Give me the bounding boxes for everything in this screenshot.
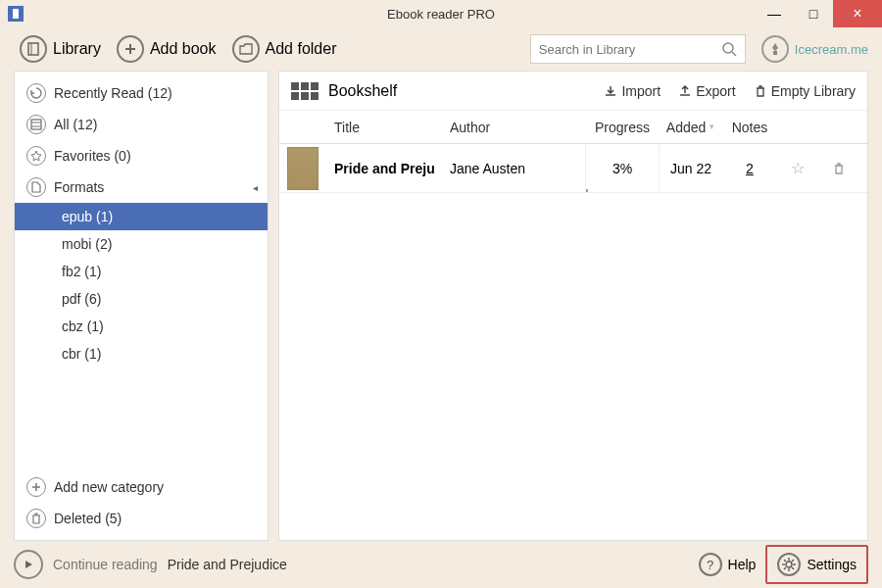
sidebar-deleted[interactable]: Deleted (5) bbox=[15, 503, 268, 534]
import-button[interactable]: Import bbox=[604, 83, 661, 99]
svg-point-4 bbox=[723, 43, 733, 53]
svg-rect-0 bbox=[28, 43, 38, 55]
main-area: Recently Read (12) All (12) Favorites (0… bbox=[0, 71, 882, 541]
column-title[interactable]: Title bbox=[326, 120, 442, 135]
sort-indicator-icon: ▼ bbox=[708, 122, 715, 131]
sidebar-label: Favorites (0) bbox=[54, 148, 131, 164]
add-book-label: Add book bbox=[150, 40, 217, 58]
main-toolbar: Library Add book Add folder Icecream.me bbox=[0, 27, 882, 71]
trash-icon bbox=[754, 84, 767, 98]
bottom-bar: Continue reading Pride and Prejudice ? H… bbox=[0, 541, 882, 588]
book-icon bbox=[20, 35, 47, 63]
delete-row-button[interactable] bbox=[818, 162, 859, 175]
sidebar-label: Formats bbox=[54, 179, 104, 195]
user-name: Icecream.me bbox=[795, 42, 868, 57]
column-author[interactable]: Author bbox=[442, 120, 585, 135]
star-icon bbox=[26, 146, 46, 166]
sidebar-format-cbz[interactable]: cbz (1) bbox=[15, 313, 268, 340]
table-row[interactable]: Pride and Preju Jane Austen 3% Jun 22 2 … bbox=[279, 144, 867, 193]
column-notes[interactable]: Notes bbox=[722, 120, 777, 135]
search-input[interactable] bbox=[539, 42, 721, 57]
column-progress[interactable]: Progress bbox=[585, 120, 660, 135]
cell-title: Pride and Preju bbox=[326, 161, 442, 176]
window-controls: — □ × bbox=[755, 0, 882, 27]
sidebar-item-all[interactable]: All (12) bbox=[15, 109, 268, 140]
sidebar-add-category[interactable]: Add new category bbox=[15, 471, 268, 503]
add-folder-button[interactable]: Add folder bbox=[226, 33, 343, 65]
current-book: Pride and Prejudice bbox=[168, 557, 287, 572]
recent-icon bbox=[26, 83, 46, 103]
search-icon[interactable] bbox=[721, 41, 737, 57]
sidebar-label: All (12) bbox=[54, 117, 97, 132]
cell-added: Jun 22 bbox=[660, 161, 722, 176]
export-button[interactable]: Export bbox=[678, 83, 735, 99]
library-label: Library bbox=[53, 40, 101, 58]
sidebar-item-favorites[interactable]: Favorites (0) bbox=[15, 140, 268, 172]
svg-point-11 bbox=[786, 562, 792, 567]
svg-line-16 bbox=[784, 560, 786, 562]
svg-line-19 bbox=[792, 560, 794, 562]
trash-icon bbox=[26, 509, 46, 528]
library-button[interactable]: Library bbox=[14, 33, 107, 65]
cell-progress: 3% bbox=[585, 144, 660, 192]
titlebar: Ebook reader PRO — □ × bbox=[0, 0, 882, 27]
book-cover bbox=[287, 147, 318, 190]
sidebar-label: Deleted (5) bbox=[54, 511, 122, 526]
import-icon bbox=[604, 84, 617, 98]
all-icon bbox=[26, 115, 46, 134]
settings-button[interactable]: Settings bbox=[765, 545, 868, 584]
sidebar-label: Recently Read (12) bbox=[54, 85, 172, 101]
help-icon: ? bbox=[699, 553, 722, 576]
cell-author: Jane Austen bbox=[442, 161, 585, 176]
plus-icon bbox=[26, 477, 46, 497]
favorite-toggle[interactable]: ☆ bbox=[777, 159, 818, 177]
folder-icon bbox=[232, 35, 260, 63]
gear-icon bbox=[777, 553, 801, 576]
sidebar-format-epub[interactable]: epub (1) bbox=[15, 203, 268, 230]
grid-view-icon[interactable] bbox=[291, 82, 318, 100]
sidebar-format-fb2[interactable]: fb2 (1) bbox=[15, 258, 268, 285]
sidebar: Recently Read (12) All (12) Favorites (0… bbox=[14, 71, 269, 541]
sidebar-format-pdf[interactable]: pdf (6) bbox=[15, 285, 268, 313]
continue-label: Continue reading bbox=[53, 557, 158, 572]
sidebar-item-recently-read[interactable]: Recently Read (12) bbox=[15, 77, 268, 109]
document-icon bbox=[26, 177, 46, 197]
progress-bar bbox=[586, 189, 588, 192]
svg-line-5 bbox=[732, 52, 736, 56]
window-title: Ebook reader PRO bbox=[0, 7, 882, 22]
sidebar-label: Add new category bbox=[54, 479, 164, 495]
add-book-button[interactable]: Add book bbox=[111, 33, 222, 65]
help-button[interactable]: ? Help bbox=[699, 553, 757, 576]
close-button[interactable]: × bbox=[833, 0, 882, 27]
content-toolbar: Bookshelf Import Export Empty Library bbox=[279, 72, 867, 111]
sidebar-item-formats[interactable]: Formats bbox=[15, 172, 268, 203]
continue-reading-button[interactable] bbox=[14, 550, 43, 579]
maximize-button[interactable]: □ bbox=[794, 0, 833, 27]
sidebar-format-cbr[interactable]: cbr (1) bbox=[15, 340, 268, 368]
cell-notes[interactable]: 2 bbox=[722, 161, 777, 176]
search-box[interactable] bbox=[530, 34, 746, 64]
view-label: Bookshelf bbox=[328, 82, 397, 100]
plus-icon bbox=[117, 35, 144, 63]
table-header: Title Author Progress Added▼ Notes bbox=[279, 111, 867, 144]
app-icon bbox=[8, 6, 24, 22]
user-icon bbox=[761, 35, 789, 63]
export-icon bbox=[678, 84, 692, 98]
add-folder-label: Add folder bbox=[266, 40, 337, 58]
content-panel: Bookshelf Import Export Empty Library Ti… bbox=[278, 71, 868, 541]
svg-line-17 bbox=[792, 567, 794, 569]
empty-library-button[interactable]: Empty Library bbox=[754, 83, 856, 99]
minimize-button[interactable]: — bbox=[755, 0, 794, 27]
sidebar-format-mobi[interactable]: mobi (2) bbox=[15, 230, 268, 258]
svg-rect-6 bbox=[31, 120, 41, 129]
user-account-link[interactable]: Icecream.me bbox=[761, 35, 868, 63]
svg-line-18 bbox=[784, 567, 786, 569]
column-added[interactable]: Added▼ bbox=[660, 120, 722, 135]
